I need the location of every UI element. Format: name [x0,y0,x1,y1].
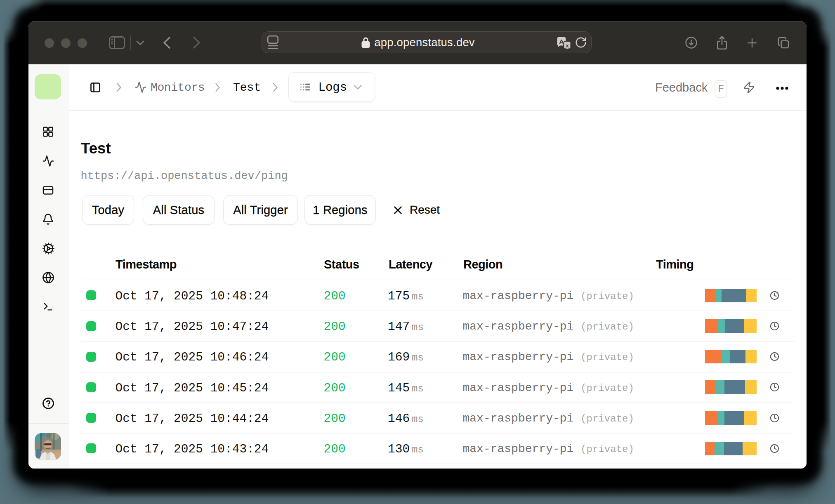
svg-text:x: x [566,42,569,49]
svg-text:A: A [559,38,564,45]
